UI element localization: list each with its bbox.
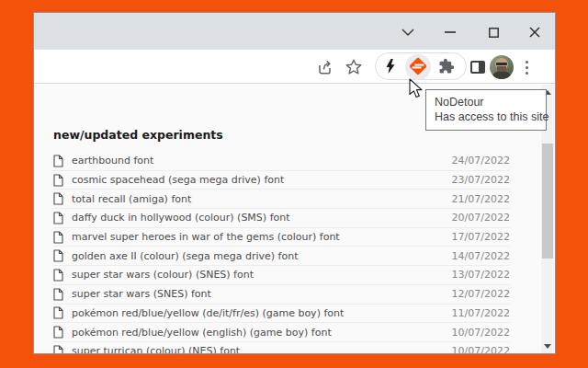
list-item[interactable]: marvel super heroes in war of the gems (… [53, 228, 510, 247]
experiment-date: 12/07/2022 [452, 288, 510, 300]
extensions-puzzle-icon[interactable] [434, 53, 459, 79]
experiment-link[interactable]: total recall (amiga) font [72, 193, 452, 205]
file-icon [53, 306, 64, 319]
experiment-link[interactable]: marvel super heroes in war of the gems (… [72, 231, 452, 243]
experiment-link[interactable]: pokémon red/blue/yellow (de/it/fr/es) (g… [72, 307, 452, 319]
bookmark-star-icon[interactable] [341, 54, 367, 80]
tooltip-title: NoDetour [435, 95, 537, 109]
file-icon [53, 249, 64, 262]
list-item[interactable]: super turrican (colour) (NES) font 10/07… [53, 342, 510, 353]
file-icon [53, 269, 64, 282]
extensions-pill [375, 52, 467, 80]
experiment-date: 23/07/2022 [452, 174, 510, 186]
chevron-down-icon[interactable] [394, 21, 422, 43]
experiment-date: 20/07/2022 [452, 212, 510, 224]
experiment-date: 14/07/2022 [452, 250, 510, 262]
tooltip-subtitle: Has access to this site [435, 109, 537, 124]
close-button[interactable] [521, 21, 548, 43]
list-item[interactable]: golden axe II (colour) (sega mega drive)… [53, 247, 510, 266]
list-item[interactable]: total recall (amiga) font 21/07/2022 [53, 190, 510, 209]
page-title: new/updated experiments [53, 128, 223, 142]
experiment-list: earthbound font 24/07/2022 cosmic spaceh… [53, 152, 510, 353]
file-icon [53, 174, 64, 187]
file-icon [53, 212, 64, 224]
extension-tooltip: NoDetour Has access to this site [425, 89, 547, 131]
side-panel-icon[interactable] [465, 54, 491, 80]
list-item[interactable]: pokémon red/blue/yellow (english) (game … [53, 323, 510, 342]
experiment-link[interactable]: daffy duck in hollywood (colour) (SMS) f… [72, 212, 452, 224]
list-item[interactable]: earthbound font 24/07/2022 [53, 152, 510, 171]
scroll-down-arrow-icon[interactable] [541, 339, 554, 353]
file-icon [53, 345, 64, 353]
file-icon [53, 155, 64, 167]
experiment-date: 11/07/2022 [452, 307, 510, 319]
file-icon [53, 231, 64, 244]
list-item[interactable]: super star wars (colour) (SNES) font 13/… [53, 266, 510, 285]
list-item[interactable]: super star wars (SNES) font 12/07/2022 [53, 285, 510, 305]
maximize-button[interactable] [480, 21, 507, 43]
file-icon [53, 326, 64, 339]
kebab-menu-icon[interactable] [514, 54, 539, 80]
experiment-link[interactable]: cosmic spacehead (sega mega drive) font [72, 174, 452, 186]
experiment-date: 10/07/2022 [452, 327, 510, 339]
list-item[interactable]: cosmic spacehead (sega mega drive) font … [53, 171, 510, 190]
minimize-button[interactable] [436, 21, 464, 43]
profile-avatar[interactable] [489, 54, 514, 80]
nodetour-extension-icon[interactable] [405, 53, 431, 79]
mouse-cursor-icon [409, 78, 424, 103]
experiment-date: 24/07/2022 [452, 155, 510, 167]
experiment-date: 13/07/2022 [452, 269, 510, 281]
experiment-link[interactable]: earthbound font [72, 155, 452, 167]
experiment-link[interactable]: super star wars (colour) (SNES) font [72, 269, 452, 281]
lightning-extension-icon[interactable] [378, 53, 403, 79]
experiment-link[interactable]: super star wars (SNES) font [72, 288, 452, 300]
experiment-date: 21/07/2022 [452, 193, 510, 205]
browser-window: new/updated experiments earthbound font … [33, 12, 556, 354]
experiment-link[interactable]: pokémon red/blue/yellow (english) (game … [72, 327, 452, 339]
share-icon[interactable] [311, 54, 337, 80]
experiment-link[interactable]: super turrican (colour) (NES) font [72, 345, 452, 353]
scrollbar-thumb[interactable] [542, 144, 553, 259]
file-icon [53, 192, 64, 205]
list-item[interactable]: pokémon red/blue/yellow (de/it/fr/es) (g… [53, 305, 510, 324]
browser-toolbar [34, 50, 555, 84]
list-item[interactable]: daffy duck in hollywood (colour) (SMS) f… [53, 209, 510, 228]
experiment-date: 10/07/2022 [452, 345, 510, 353]
experiment-link[interactable]: golden axe II (colour) (sega mega drive)… [72, 250, 452, 262]
experiment-date: 17/07/2022 [452, 231, 510, 243]
titlebar[interactable] [34, 13, 555, 50]
file-icon [53, 288, 64, 301]
